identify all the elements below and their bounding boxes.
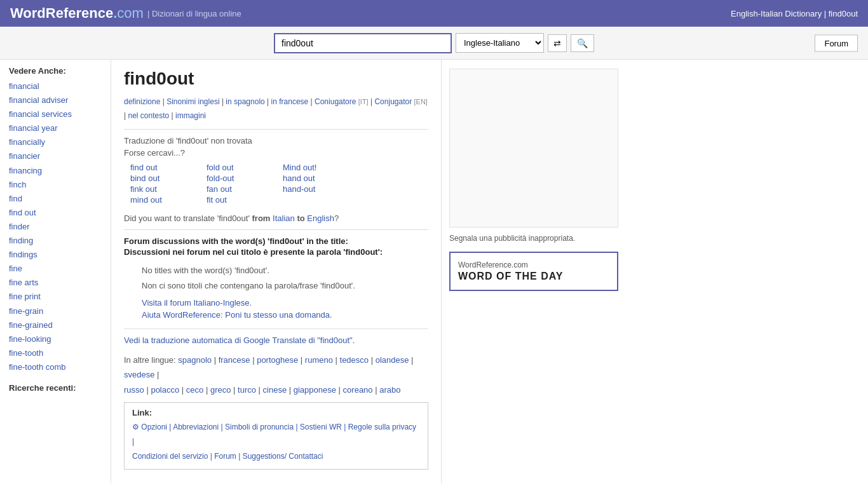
forum-button[interactable]: Forum <box>815 34 858 51</box>
suggestion-fan-out[interactable]: fan out <box>207 184 232 194</box>
link-immagini[interactable]: immagini <box>175 111 206 120</box>
to-label: to <box>297 214 304 223</box>
link-coreano[interactable]: coreano <box>343 385 373 395</box>
link-sostieni[interactable]: Sostieni WR <box>300 423 342 431</box>
link-box: Link: ⚙ Opzioni | Abbreviazioni | Simbol… <box>124 402 428 469</box>
divider-3 <box>124 329 428 329</box>
sidebar-link-item[interactable]: fine <box>9 262 104 276</box>
suggestion-mind-out[interactable]: Mind out! <box>283 163 316 172</box>
sidebar-link-item[interactable]: finding <box>9 234 104 248</box>
link-spagnolo-other[interactable]: spagnolo <box>178 355 212 365</box>
link-box-content: ⚙ Opzioni | Abbreviazioni | Simboli di p… <box>132 420 420 463</box>
link-to-english[interactable]: English <box>307 214 334 223</box>
sidebar-link-item[interactable]: financier <box>9 149 104 163</box>
sidebar-link-item[interactable]: find out <box>9 206 104 220</box>
sidebar-link-item[interactable]: fine-tooth <box>9 346 104 360</box>
header-tagline: | Dizionari di lingua online <box>147 9 241 18</box>
link-turco[interactable]: turco <box>238 385 256 395</box>
sidebar-links: financialfinancial adviserfinancial serv… <box>9 79 104 374</box>
link-giapponese[interactable]: giapponese <box>294 385 336 395</box>
right-sidebar: Segnala una pubblicità inappropriata. Wo… <box>442 60 626 484</box>
sidebar-link-item[interactable]: fine-grain <box>9 304 104 318</box>
link-conjugator[interactable]: Conjugator <box>374 97 412 106</box>
suggestion-mind-out[interactable]: mind out <box>130 195 162 205</box>
sidebar-link-item[interactable]: fine-looking <box>9 332 104 346</box>
link-coniugatore[interactable]: Coniugatore <box>315 97 356 106</box>
link-abbreviazioni[interactable]: Abbreviazioni <box>173 423 219 431</box>
wod-label: WORD OF THE DAY <box>458 271 609 282</box>
link-cinese[interactable]: cinese <box>263 385 287 395</box>
sidebar-link-item[interactable]: financial services <box>9 107 104 121</box>
wod-site: WordReference.com <box>458 261 609 269</box>
suggestion-hand-out-hyph[interactable]: hand-out <box>283 184 315 194</box>
link-contesto[interactable]: nel contesto <box>128 111 169 120</box>
sidebar-link-item[interactable]: fine-tooth comb <box>9 360 104 374</box>
sidebar-link-item[interactable]: finch <box>9 178 104 192</box>
suggestion-fit-out[interactable]: fit out <box>207 195 227 205</box>
header-dict-title: English-Italian Dictionary | find0out <box>731 9 858 18</box>
main-layout: Vedere Anche: financialfinancial adviser… <box>0 60 868 484</box>
google-translate-link[interactable]: Vedi la traduzione automatica di Google … <box>124 336 428 345</box>
link-polacco[interactable]: polacco <box>151 385 179 395</box>
link-forum[interactable]: Forum <box>214 452 236 461</box>
link-definizione[interactable]: definizione <box>124 97 160 106</box>
no-titles: No titles with the word(s) 'find0out'. N… <box>142 263 428 293</box>
suggestion-fink-out[interactable]: fink out <box>130 184 157 194</box>
sidebar-link-item[interactable]: findings <box>9 248 104 262</box>
link-opzioni[interactable]: Opzioni <box>141 423 167 431</box>
suggestion-fold-out-hyph[interactable]: fold-out <box>207 173 234 183</box>
sidebar-link-item[interactable]: fine arts <box>9 276 104 290</box>
logo-com: com <box>117 5 144 22</box>
sidebar-link-item[interactable]: financial year <box>9 121 104 135</box>
link-condizioni[interactable]: Condizioni del servizio <box>132 452 208 461</box>
link-svedese[interactable]: svedese <box>124 370 154 379</box>
link-arabo[interactable]: arabo <box>379 385 400 395</box>
suggestion-row: bind out fold-out hand out <box>130 173 428 183</box>
forum-discussions-title: Forum discussions with the word(s) 'find… <box>124 236 428 246</box>
link-spagnolo[interactable]: in spagnolo <box>226 97 264 106</box>
sidebar-link-item[interactable]: fine-grained <box>9 318 104 332</box>
link-sinonimi[interactable]: Sinonimi inglesi <box>166 97 219 106</box>
no-titles-en: No titles with the word(s) 'find0out'. <box>142 263 428 278</box>
suggestion-fold-out[interactable]: fold out <box>207 163 234 172</box>
link-simboli[interactable]: Simboli di pronuncia <box>225 423 294 431</box>
link-regole[interactable]: Regole sulla privacy <box>348 423 416 431</box>
sidebar: Vedere Anche: financialfinancial adviser… <box>0 60 111 484</box>
sidebar-link-item[interactable]: financing <box>9 164 104 178</box>
suggestion-find-out[interactable]: find out <box>130 163 158 172</box>
search-button[interactable]: 🔍 <box>571 34 594 52</box>
logo-wordreference[interactable]: WordReference <box>10 5 113 22</box>
suggestion-bind-out[interactable]: bind out <box>130 173 159 183</box>
sidebar-link-item[interactable]: financial <box>9 79 104 93</box>
sidebar-link-item[interactable]: fine print <box>9 290 104 304</box>
link-tedesco[interactable]: tedesco <box>340 355 369 365</box>
sidebar-link-item[interactable]: finder <box>9 220 104 234</box>
search-input[interactable] <box>274 33 452 53</box>
header-logo-area: WordReference.com | Dizionari di lingua … <box>10 5 241 22</box>
link-portoghese[interactable]: portoghese <box>257 355 298 365</box>
language-select[interactable]: Inglese-Italiano Italiano-Inglese Ingles… <box>456 33 544 53</box>
altre-lingue: In altre lingue: spagnolo | francese | p… <box>124 353 428 397</box>
link-box-title: Link: <box>132 408 420 417</box>
translate-question: Did you want to translate 'find0out' fro… <box>124 214 428 223</box>
sidebar-link-item[interactable]: financially <box>9 135 104 149</box>
sidebar-link-item[interactable]: find <box>9 192 104 206</box>
sidebar-link-item[interactable]: financial adviser <box>9 93 104 107</box>
link-rumeno[interactable]: rumeno <box>305 355 333 365</box>
swap-languages-button[interactable]: ⇄ <box>548 34 567 52</box>
link-suggestions[interactable]: Suggestions/ Contattaci <box>243 452 323 461</box>
visita-forum-link[interactable]: Visita il forum Italiano-Inglese. <box>142 298 428 308</box>
link-from-italian[interactable]: Italian <box>273 214 295 223</box>
link-francese-other[interactable]: francese <box>219 355 250 365</box>
no-titles-it: Non ci sono titoli che contengano la par… <box>142 278 428 293</box>
suggestion-hand-out[interactable]: hand out <box>283 173 315 183</box>
link-russo[interactable]: russo <box>124 385 144 395</box>
aiuta-wr-link[interactable]: Aiuta WordReference: Poni tu stesso una … <box>142 310 428 320</box>
suggestion-row: mind out fit out <box>130 195 428 205</box>
from-label: from <box>252 214 271 223</box>
vedere-anche-title: Vedere Anche: <box>9 66 104 76</box>
link-olandese[interactable]: olandese <box>376 355 409 365</box>
link-francese[interactable]: in francese <box>271 97 309 106</box>
link-ceco[interactable]: ceco <box>186 385 203 395</box>
link-greco[interactable]: greco <box>210 385 231 395</box>
